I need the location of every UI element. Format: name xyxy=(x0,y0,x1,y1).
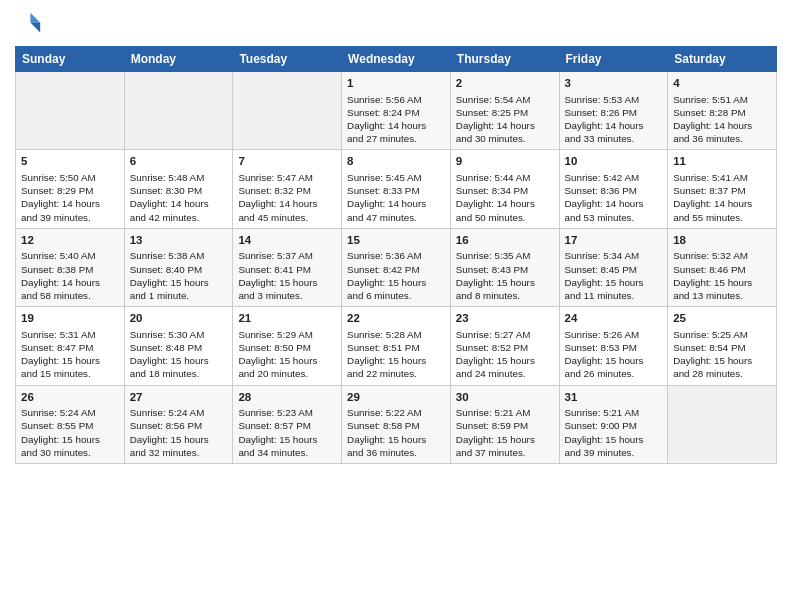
day-number: 1 xyxy=(347,76,445,92)
day-info: Sunrise: 5:47 AM Sunset: 8:32 PM Dayligh… xyxy=(238,171,336,224)
day-number: 18 xyxy=(673,233,771,249)
calendar-cell: 9Sunrise: 5:44 AM Sunset: 8:34 PM Daylig… xyxy=(450,150,559,228)
day-info: Sunrise: 5:34 AM Sunset: 8:45 PM Dayligh… xyxy=(565,249,663,302)
day-number: 29 xyxy=(347,390,445,406)
calendar-cell: 10Sunrise: 5:42 AM Sunset: 8:36 PM Dayli… xyxy=(559,150,668,228)
calendar-cell: 25Sunrise: 5:25 AM Sunset: 8:54 PM Dayli… xyxy=(668,307,777,385)
weekday-header-row: SundayMondayTuesdayWednesdayThursdayFrid… xyxy=(16,47,777,72)
calendar-cell xyxy=(124,72,233,150)
day-info: Sunrise: 5:56 AM Sunset: 8:24 PM Dayligh… xyxy=(347,93,445,146)
weekday-header-sunday: Sunday xyxy=(16,47,125,72)
calendar-cell: 3Sunrise: 5:53 AM Sunset: 8:26 PM Daylig… xyxy=(559,72,668,150)
day-info: Sunrise: 5:24 AM Sunset: 8:55 PM Dayligh… xyxy=(21,406,119,459)
calendar-week-5: 26Sunrise: 5:24 AM Sunset: 8:55 PM Dayli… xyxy=(16,385,777,463)
svg-marker-0 xyxy=(30,13,40,23)
day-number: 28 xyxy=(238,390,336,406)
calendar-cell: 12Sunrise: 5:40 AM Sunset: 8:38 PM Dayli… xyxy=(16,228,125,306)
calendar-cell: 24Sunrise: 5:26 AM Sunset: 8:53 PM Dayli… xyxy=(559,307,668,385)
logo xyxy=(15,10,45,38)
calendar-cell: 2Sunrise: 5:54 AM Sunset: 8:25 PM Daylig… xyxy=(450,72,559,150)
calendar-cell: 6Sunrise: 5:48 AM Sunset: 8:30 PM Daylig… xyxy=(124,150,233,228)
calendar-cell: 30Sunrise: 5:21 AM Sunset: 8:59 PM Dayli… xyxy=(450,385,559,463)
day-info: Sunrise: 5:28 AM Sunset: 8:51 PM Dayligh… xyxy=(347,328,445,381)
calendar-week-1: 1Sunrise: 5:56 AM Sunset: 8:24 PM Daylig… xyxy=(16,72,777,150)
day-number: 30 xyxy=(456,390,554,406)
day-info: Sunrise: 5:23 AM Sunset: 8:57 PM Dayligh… xyxy=(238,406,336,459)
calendar-cell: 19Sunrise: 5:31 AM Sunset: 8:47 PM Dayli… xyxy=(16,307,125,385)
svg-marker-1 xyxy=(30,23,40,33)
day-number: 22 xyxy=(347,311,445,327)
weekday-header-monday: Monday xyxy=(124,47,233,72)
day-info: Sunrise: 5:40 AM Sunset: 8:38 PM Dayligh… xyxy=(21,249,119,302)
calendar-table: SundayMondayTuesdayWednesdayThursdayFrid… xyxy=(15,46,777,464)
day-info: Sunrise: 5:25 AM Sunset: 8:54 PM Dayligh… xyxy=(673,328,771,381)
day-info: Sunrise: 5:54 AM Sunset: 8:25 PM Dayligh… xyxy=(456,93,554,146)
day-number: 3 xyxy=(565,76,663,92)
weekday-header-tuesday: Tuesday xyxy=(233,47,342,72)
logo-icon xyxy=(15,10,43,38)
calendar-cell: 26Sunrise: 5:24 AM Sunset: 8:55 PM Dayli… xyxy=(16,385,125,463)
day-number: 26 xyxy=(21,390,119,406)
day-info: Sunrise: 5:51 AM Sunset: 8:28 PM Dayligh… xyxy=(673,93,771,146)
day-info: Sunrise: 5:37 AM Sunset: 8:41 PM Dayligh… xyxy=(238,249,336,302)
day-number: 9 xyxy=(456,154,554,170)
calendar-cell: 11Sunrise: 5:41 AM Sunset: 8:37 PM Dayli… xyxy=(668,150,777,228)
calendar-cell: 1Sunrise: 5:56 AM Sunset: 8:24 PM Daylig… xyxy=(342,72,451,150)
day-number: 15 xyxy=(347,233,445,249)
day-number: 7 xyxy=(238,154,336,170)
day-info: Sunrise: 5:45 AM Sunset: 8:33 PM Dayligh… xyxy=(347,171,445,224)
day-number: 23 xyxy=(456,311,554,327)
calendar-week-2: 5Sunrise: 5:50 AM Sunset: 8:29 PM Daylig… xyxy=(16,150,777,228)
calendar-cell: 29Sunrise: 5:22 AM Sunset: 8:58 PM Dayli… xyxy=(342,385,451,463)
day-number: 11 xyxy=(673,154,771,170)
day-info: Sunrise: 5:31 AM Sunset: 8:47 PM Dayligh… xyxy=(21,328,119,381)
calendar-cell: 28Sunrise: 5:23 AM Sunset: 8:57 PM Dayli… xyxy=(233,385,342,463)
day-info: Sunrise: 5:35 AM Sunset: 8:43 PM Dayligh… xyxy=(456,249,554,302)
day-number: 31 xyxy=(565,390,663,406)
day-info: Sunrise: 5:26 AM Sunset: 8:53 PM Dayligh… xyxy=(565,328,663,381)
calendar-cell: 22Sunrise: 5:28 AM Sunset: 8:51 PM Dayli… xyxy=(342,307,451,385)
day-number: 27 xyxy=(130,390,228,406)
calendar-cell: 15Sunrise: 5:36 AM Sunset: 8:42 PM Dayli… xyxy=(342,228,451,306)
day-number: 19 xyxy=(21,311,119,327)
weekday-header-wednesday: Wednesday xyxy=(342,47,451,72)
day-info: Sunrise: 5:30 AM Sunset: 8:48 PM Dayligh… xyxy=(130,328,228,381)
day-info: Sunrise: 5:42 AM Sunset: 8:36 PM Dayligh… xyxy=(565,171,663,224)
calendar-cell: 20Sunrise: 5:30 AM Sunset: 8:48 PM Dayli… xyxy=(124,307,233,385)
calendar-week-3: 12Sunrise: 5:40 AM Sunset: 8:38 PM Dayli… xyxy=(16,228,777,306)
day-info: Sunrise: 5:22 AM Sunset: 8:58 PM Dayligh… xyxy=(347,406,445,459)
day-info: Sunrise: 5:53 AM Sunset: 8:26 PM Dayligh… xyxy=(565,93,663,146)
calendar-cell xyxy=(16,72,125,150)
header xyxy=(15,10,777,38)
day-number: 6 xyxy=(130,154,228,170)
day-info: Sunrise: 5:29 AM Sunset: 8:50 PM Dayligh… xyxy=(238,328,336,381)
day-number: 16 xyxy=(456,233,554,249)
day-info: Sunrise: 5:36 AM Sunset: 8:42 PM Dayligh… xyxy=(347,249,445,302)
calendar-cell: 18Sunrise: 5:32 AM Sunset: 8:46 PM Dayli… xyxy=(668,228,777,306)
day-number: 10 xyxy=(565,154,663,170)
calendar-cell: 5Sunrise: 5:50 AM Sunset: 8:29 PM Daylig… xyxy=(16,150,125,228)
day-number: 17 xyxy=(565,233,663,249)
calendar-cell: 13Sunrise: 5:38 AM Sunset: 8:40 PM Dayli… xyxy=(124,228,233,306)
calendar-cell: 8Sunrise: 5:45 AM Sunset: 8:33 PM Daylig… xyxy=(342,150,451,228)
day-number: 8 xyxy=(347,154,445,170)
calendar-cell: 14Sunrise: 5:37 AM Sunset: 8:41 PM Dayli… xyxy=(233,228,342,306)
calendar-cell xyxy=(233,72,342,150)
weekday-header-saturday: Saturday xyxy=(668,47,777,72)
calendar-cell: 16Sunrise: 5:35 AM Sunset: 8:43 PM Dayli… xyxy=(450,228,559,306)
weekday-header-thursday: Thursday xyxy=(450,47,559,72)
day-info: Sunrise: 5:21 AM Sunset: 8:59 PM Dayligh… xyxy=(456,406,554,459)
day-info: Sunrise: 5:27 AM Sunset: 8:52 PM Dayligh… xyxy=(456,328,554,381)
calendar-week-4: 19Sunrise: 5:31 AM Sunset: 8:47 PM Dayli… xyxy=(16,307,777,385)
day-number: 20 xyxy=(130,311,228,327)
calendar-cell: 23Sunrise: 5:27 AM Sunset: 8:52 PM Dayli… xyxy=(450,307,559,385)
calendar-body: 1Sunrise: 5:56 AM Sunset: 8:24 PM Daylig… xyxy=(16,72,777,464)
day-info: Sunrise: 5:48 AM Sunset: 8:30 PM Dayligh… xyxy=(130,171,228,224)
day-number: 13 xyxy=(130,233,228,249)
day-info: Sunrise: 5:32 AM Sunset: 8:46 PM Dayligh… xyxy=(673,249,771,302)
calendar-cell: 17Sunrise: 5:34 AM Sunset: 8:45 PM Dayli… xyxy=(559,228,668,306)
page: SundayMondayTuesdayWednesdayThursdayFrid… xyxy=(0,0,792,612)
calendar-cell: 4Sunrise: 5:51 AM Sunset: 8:28 PM Daylig… xyxy=(668,72,777,150)
calendar-cell: 27Sunrise: 5:24 AM Sunset: 8:56 PM Dayli… xyxy=(124,385,233,463)
day-number: 21 xyxy=(238,311,336,327)
